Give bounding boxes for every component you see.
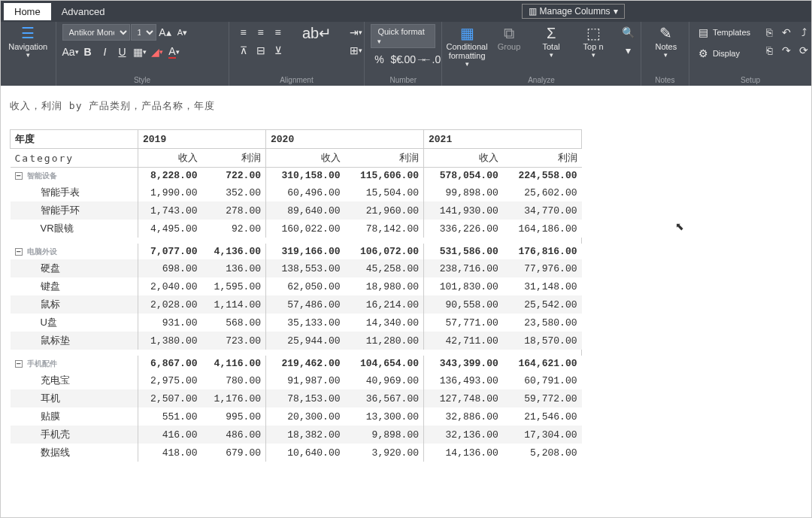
cell[interactable]: 90,558.00 xyxy=(424,295,503,314)
decrease-font-icon[interactable]: A▴ xyxy=(157,24,174,41)
cell[interactable]: 78,153.00 xyxy=(266,389,345,407)
cell[interactable]: 77,976.00 xyxy=(503,259,582,277)
cell[interactable]: 5,208.00 xyxy=(503,444,582,462)
align-center-icon[interactable]: ≡ xyxy=(253,24,269,41)
notes-button[interactable]: ✎ Notes▾ xyxy=(647,24,685,60)
wrap-text-button[interactable]: ab↵ xyxy=(298,24,336,44)
cell[interactable]: 127,748.00 xyxy=(424,389,503,407)
cell[interactable]: 23,580.00 xyxy=(503,314,582,332)
cell[interactable]: 4,136.00 xyxy=(202,244,266,259)
cell[interactable]: 99,898.00 xyxy=(424,183,503,201)
decrease-decimal-icon[interactable]: ←.0 xyxy=(423,51,439,68)
tab-home[interactable]: Home xyxy=(4,3,51,20)
cell[interactable]: 35,133.00 xyxy=(266,314,345,332)
templates-button[interactable]: ▤Templates xyxy=(695,24,750,41)
cell[interactable]: 11,280.00 xyxy=(345,332,424,350)
percent-icon[interactable]: % xyxy=(371,51,387,68)
total-button[interactable]: Σ Total▾ xyxy=(532,24,570,60)
cell[interactable]: 78,142.00 xyxy=(345,220,424,238)
cell[interactable]: 14,340.00 xyxy=(345,314,424,332)
product-row[interactable]: VR眼镜 xyxy=(11,220,138,238)
page-prev-icon[interactable]: ⎘ xyxy=(761,24,777,41)
cell[interactable]: 18,570.00 xyxy=(503,332,582,350)
collapse-icon[interactable]: − xyxy=(15,360,23,368)
page-next-icon[interactable]: ⎗ xyxy=(761,42,777,59)
product-row[interactable]: 鼠标垫 xyxy=(11,332,138,350)
group-button[interactable]: ⧉ Group xyxy=(490,24,528,53)
category-row[interactable]: −智能设备 xyxy=(11,168,138,184)
cell[interactable]: 164,186.00 xyxy=(503,220,582,238)
cell[interactable]: 4,495.00 xyxy=(138,220,202,238)
product-row[interactable]: 硬盘 xyxy=(11,259,138,277)
cell[interactable]: 92.00 xyxy=(202,220,266,238)
font-size-select[interactable]: 12 xyxy=(131,24,156,41)
category-row[interactable]: −手机配件 xyxy=(11,356,138,371)
cell[interactable]: 57,771.00 xyxy=(424,314,503,332)
display-button[interactable]: ⚙Display xyxy=(695,45,750,62)
cell[interactable]: 10,640.00 xyxy=(266,444,345,462)
cell[interactable]: 15,504.00 xyxy=(345,183,424,201)
cell[interactable]: 1,380.00 xyxy=(138,332,202,350)
cell[interactable]: 138,553.00 xyxy=(266,259,345,277)
cell[interactable]: 31,148.00 xyxy=(503,277,582,295)
cell[interactable]: 3,920.00 xyxy=(345,444,424,462)
cell[interactable]: 2,040.00 xyxy=(138,277,202,295)
bold-button[interactable]: B xyxy=(80,44,96,60)
border-button[interactable]: ▦ xyxy=(132,44,148,60)
cell[interactable]: 104,654.00 xyxy=(345,356,424,371)
cell[interactable]: 4,116.00 xyxy=(202,356,266,371)
quick-format-dropdown[interactable]: Quick format xyxy=(371,24,435,48)
product-row[interactable]: 数据线 xyxy=(11,444,138,462)
product-row[interactable]: 耳机 xyxy=(11,389,138,407)
merge-button[interactable]: ⊞ xyxy=(348,42,365,59)
cell[interactable]: 551.00 xyxy=(138,407,202,426)
collapse-icon[interactable]: − xyxy=(15,172,23,180)
increase-font-icon[interactable]: A▾ xyxy=(174,24,191,41)
cell[interactable]: 995.00 xyxy=(202,407,266,426)
cell[interactable]: 2,975.00 xyxy=(138,371,202,389)
category-row[interactable]: −电脑外设 xyxy=(11,244,138,259)
cell[interactable]: 136,493.00 xyxy=(424,371,503,389)
cell[interactable]: 1,990.00 xyxy=(138,183,202,201)
navigation-button[interactable]: ☰ Navigation ▾ xyxy=(7,24,50,60)
tab-advanced[interactable]: Advanced xyxy=(51,3,116,20)
cell[interactable]: 32,886.00 xyxy=(424,407,503,426)
topn-button[interactable]: ⬚ Top n▾ xyxy=(574,24,612,60)
cell[interactable]: 32,136.00 xyxy=(424,426,503,444)
product-row[interactable]: 智能手表 xyxy=(11,183,138,201)
cell[interactable]: 106,072.00 xyxy=(345,244,424,259)
cell[interactable]: 89,640.00 xyxy=(266,201,345,220)
collapse-icon[interactable]: − xyxy=(15,248,23,256)
cell[interactable]: 568.00 xyxy=(202,314,266,332)
cell[interactable]: 578,054.00 xyxy=(424,168,503,184)
cell[interactable]: 160,022.00 xyxy=(266,220,345,238)
cell[interactable]: 18,980.00 xyxy=(345,277,424,295)
cell[interactable]: 57,486.00 xyxy=(266,295,345,314)
align-top-icon[interactable]: ⊼ xyxy=(235,42,252,59)
cell[interactable]: 2,507.00 xyxy=(138,389,202,407)
cell[interactable]: 698.00 xyxy=(138,259,202,277)
product-row[interactable]: 贴膜 xyxy=(11,407,138,426)
cell[interactable]: 21,960.00 xyxy=(345,201,424,220)
product-row[interactable]: U盘 xyxy=(11,314,138,332)
cell[interactable]: 62,050.00 xyxy=(266,277,345,295)
cell[interactable]: 6,867.00 xyxy=(138,356,202,371)
cell[interactable]: 310,158.00 xyxy=(266,168,345,184)
cell[interactable]: 164,621.00 xyxy=(503,356,582,371)
undo-icon[interactable]: ↶ xyxy=(778,24,795,41)
cell[interactable]: 278.00 xyxy=(202,201,266,220)
fill-color-button[interactable]: ◢ xyxy=(149,44,165,60)
year-col-2021[interactable]: 2021 xyxy=(424,130,582,149)
font-color-button[interactable]: A xyxy=(166,44,183,60)
increase-decimal-icon[interactable]: .00→ xyxy=(405,51,422,68)
cell[interactable]: 1,176.00 xyxy=(202,389,266,407)
year-col-2020[interactable]: 2020 xyxy=(266,130,424,149)
cell[interactable]: 780.00 xyxy=(202,371,266,389)
cell[interactable]: 418.00 xyxy=(138,444,202,462)
cell[interactable]: 40,969.00 xyxy=(345,371,424,389)
cell[interactable]: 14,136.00 xyxy=(424,444,503,462)
redo-icon[interactable]: ↷ xyxy=(778,42,795,59)
cell[interactable]: 176,816.00 xyxy=(503,244,582,259)
cell[interactable]: 34,770.00 xyxy=(503,201,582,220)
italic-button[interactable]: I xyxy=(97,44,114,60)
